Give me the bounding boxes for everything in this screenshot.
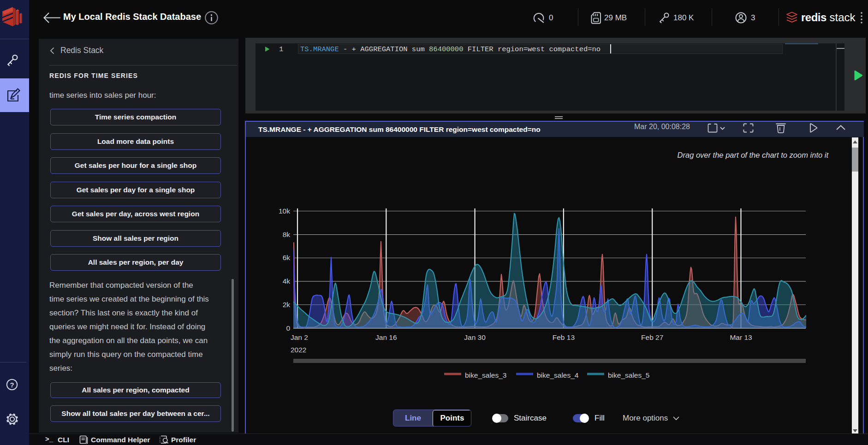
svg-text:Mar 13: Mar 13 bbox=[730, 333, 752, 341]
svg-text:bike_sales_4: bike_sales_4 bbox=[537, 371, 579, 379]
svg-text:Jan 2: Jan 2 bbox=[291, 333, 308, 341]
svg-text:Jan 16: Jan 16 bbox=[375, 333, 397, 341]
svg-text:0: 0 bbox=[286, 324, 290, 332]
svg-text:Jan 30: Jan 30 bbox=[464, 333, 486, 341]
svg-text:?: ? bbox=[10, 381, 14, 389]
svg-text:Feb 13: Feb 13 bbox=[553, 333, 575, 341]
svg-text:4k: 4k bbox=[283, 277, 291, 285]
svg-text:2022: 2022 bbox=[291, 346, 306, 354]
svg-text:bike_sales_5: bike_sales_5 bbox=[608, 371, 649, 379]
svg-text:10k: 10k bbox=[279, 207, 290, 215]
svg-text:8k: 8k bbox=[283, 231, 291, 238]
svg-text:bike_sales_3: bike_sales_3 bbox=[465, 371, 506, 379]
svg-text:6k: 6k bbox=[283, 254, 291, 261]
svg-text:2k: 2k bbox=[283, 301, 291, 309]
svg-text:Feb 27: Feb 27 bbox=[641, 333, 663, 341]
